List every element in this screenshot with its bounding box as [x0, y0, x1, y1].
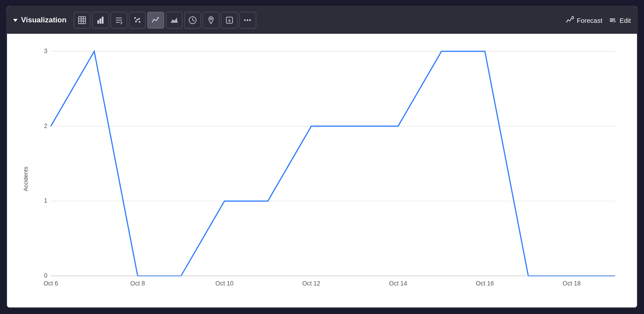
edit-label: Edit	[619, 17, 631, 24]
edit-button[interactable]: Edit	[608, 16, 631, 24]
svg-text:Oct 14: Oct 14	[389, 280, 407, 287]
svg-text:1: 1	[44, 197, 47, 204]
toolbar-left: Visualization	[13, 12, 564, 29]
svg-text:Oct 10: Oct 10	[215, 280, 233, 287]
svg-text:Oct 6: Oct 6	[43, 280, 58, 287]
forecast-label: Forecast	[577, 17, 602, 24]
title-label: Visualization	[21, 16, 67, 25]
svg-line-18	[193, 20, 194, 21]
svg-text:0: 0	[44, 272, 47, 279]
more-icon: •••	[244, 17, 252, 24]
svg-point-15	[136, 19, 138, 21]
bar-chart-button[interactable]	[92, 12, 109, 29]
line-chart-button[interactable]	[147, 12, 164, 29]
svg-text:Oct 12: Oct 12	[302, 280, 320, 287]
line-chart-svg: 0123Oct 6Oct 8Oct 10Oct 12Oct 14Oct 16Oc…	[33, 43, 628, 298]
svg-rect-0	[79, 17, 86, 24]
toolbar-right: Forecast Edit	[566, 16, 631, 24]
toolbar: Visualization	[7, 7, 637, 34]
area-chart-button[interactable]	[166, 12, 182, 29]
chevron-icon	[13, 19, 18, 22]
svg-text:6: 6	[228, 18, 230, 23]
time-chart-button[interactable]	[184, 12, 201, 29]
svg-text:Oct 18: Oct 18	[563, 280, 581, 287]
svg-point-14	[139, 21, 140, 23]
svg-rect-7	[102, 17, 104, 24]
svg-point-13	[135, 21, 137, 22]
more-options-button[interactable]: •••	[240, 12, 256, 29]
table-view-button[interactable]	[74, 12, 90, 29]
y-axis-label: Accidents	[22, 167, 29, 191]
svg-point-12	[138, 18, 140, 20]
forecast-button[interactable]: Forecast	[566, 16, 602, 24]
edit-icon	[608, 16, 616, 24]
svg-text:Oct 16: Oct 16	[476, 280, 494, 287]
svg-rect-6	[100, 18, 101, 24]
number-chart-button[interactable]: 6	[221, 12, 238, 29]
scatter-chart-button[interactable]	[129, 12, 146, 29]
chart-area: Accidents Event Date 0123Oct 6Oct 8Oct 1…	[7, 34, 637, 308]
svg-line-27	[614, 21, 615, 22]
svg-text:3: 3	[44, 47, 47, 54]
svg-text:Oct 8: Oct 8	[130, 280, 145, 287]
visualization-panel: Visualization	[6, 6, 638, 308]
svg-point-11	[134, 17, 136, 19]
forecast-icon	[566, 16, 574, 24]
svg-rect-5	[97, 20, 99, 24]
visualization-title: Visualization	[13, 16, 67, 25]
map-chart-button[interactable]	[203, 12, 219, 29]
svg-text:2: 2	[44, 122, 47, 129]
list-view-button[interactable]	[111, 12, 127, 29]
svg-point-19	[210, 18, 212, 20]
